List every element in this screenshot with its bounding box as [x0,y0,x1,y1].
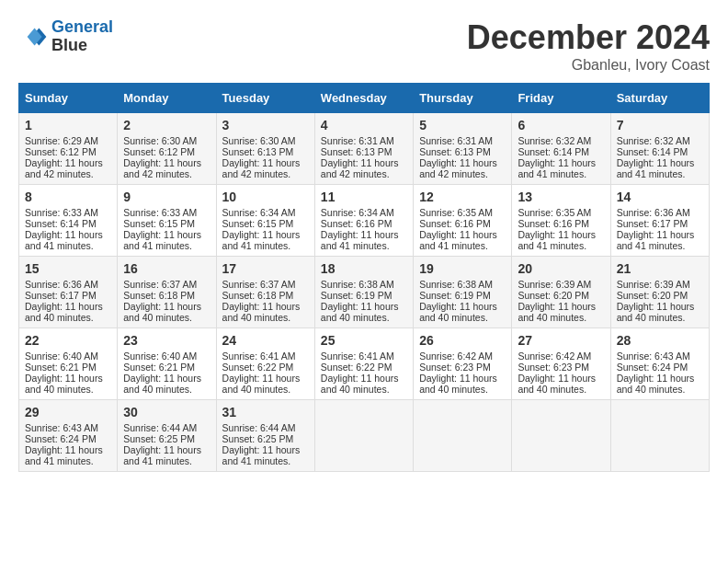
sunset-label: Sunset: 6:21 PM [25,362,97,373]
header-day-friday: Friday [512,84,610,113]
daylight-label: Daylight: 11 hours and 42 minutes. [222,157,301,179]
sunrise-label: Sunrise: 6:40 AM [123,350,197,362]
sunrise-label: Sunrise: 6:34 AM [321,207,394,218]
calendar-cell: 22Sunrise: 6:40 AMSunset: 6:21 PMDayligh… [19,328,118,400]
header-day-sunday: Sunday [19,84,118,113]
calendar-cell: 30Sunrise: 6:44 AMSunset: 6:25 PMDayligh… [118,400,216,472]
sunrise-label: Sunrise: 6:30 AM [222,135,296,146]
daylight-label: Daylight: 11 hours and 40 minutes. [321,301,399,323]
calendar-cell: 15Sunrise: 6:36 AMSunset: 6:17 PMDayligh… [19,257,118,328]
calendar-cell: 14Sunrise: 6:36 AMSunset: 6:17 PMDayligh… [610,185,709,257]
day-number: 24 [222,333,309,348]
calendar-week-row: 15Sunrise: 6:36 AMSunset: 6:17 PMDayligh… [19,257,710,328]
day-number: 29 [25,405,111,419]
sunset-label: Sunset: 6:24 PM [25,433,97,444]
sunset-label: Sunset: 6:17 PM [25,290,97,301]
sunrise-label: Sunrise: 6:41 AM [222,350,296,362]
day-number: 28 [617,333,703,348]
calendar-cell: 27Sunrise: 6:42 AMSunset: 6:23 PMDayligh… [512,328,610,400]
calendar-cell [610,400,709,472]
calendar-cell: 20Sunrise: 6:39 AMSunset: 6:20 PMDayligh… [512,257,610,328]
daylight-label: Daylight: 11 hours and 40 minutes. [222,373,301,395]
sunrise-label: Sunrise: 6:44 AM [222,422,296,433]
sunrise-label: Sunrise: 6:32 AM [617,135,690,146]
calendar-cell: 4Sunrise: 6:31 AMSunset: 6:13 PMDaylight… [314,113,413,185]
calendar-cell: 6Sunrise: 6:32 AMSunset: 6:14 PMDaylight… [512,113,610,185]
daylight-label: Daylight: 11 hours and 42 minutes. [419,157,497,179]
logo-line1: General [51,17,113,36]
daylight-label: Daylight: 11 hours and 40 minutes. [123,301,201,323]
day-number: 10 [222,190,309,204]
sunset-label: Sunset: 6:20 PM [617,290,688,301]
daylight-label: Daylight: 11 hours and 40 minutes. [617,301,695,323]
calendar-cell: 13Sunrise: 6:35 AMSunset: 6:16 PMDayligh… [512,185,610,257]
sunrise-label: Sunrise: 6:38 AM [321,279,394,290]
sunset-label: Sunset: 6:18 PM [123,290,195,301]
sunset-label: Sunset: 6:25 PM [123,433,195,444]
sunrise-label: Sunrise: 6:41 AM [321,350,394,362]
calendar-cell: 16Sunrise: 6:37 AMSunset: 6:18 PMDayligh… [118,257,216,328]
calendar-cell: 21Sunrise: 6:39 AMSunset: 6:20 PMDayligh… [610,257,709,328]
day-number: 2 [123,118,210,132]
day-number: 1 [25,118,111,132]
day-number: 25 [321,333,407,348]
sunset-label: Sunset: 6:19 PM [419,290,491,301]
calendar-cell: 12Sunrise: 6:35 AMSunset: 6:16 PMDayligh… [414,185,512,257]
daylight-label: Daylight: 11 hours and 41 minutes. [123,444,201,466]
calendar-cell: 2Sunrise: 6:30 AMSunset: 6:12 PMDaylight… [118,113,216,185]
sunrise-label: Sunrise: 6:30 AM [123,135,197,146]
logo-icon [18,22,48,52]
daylight-label: Daylight: 11 hours and 40 minutes. [518,301,596,323]
daylight-label: Daylight: 11 hours and 41 minutes. [518,157,596,179]
sunset-label: Sunset: 6:13 PM [419,146,491,157]
sunset-label: Sunset: 6:23 PM [518,362,589,373]
day-number: 13 [518,190,604,204]
daylight-label: Daylight: 11 hours and 41 minutes. [617,229,695,251]
daylight-label: Daylight: 11 hours and 40 minutes. [419,301,497,323]
day-number: 18 [321,261,407,276]
calendar-header: SundayMondayTuesdayWednesdayThursdayFrid… [19,84,710,113]
sunset-label: Sunset: 6:14 PM [617,146,688,157]
sunset-label: Sunset: 6:20 PM [518,290,589,301]
day-number: 30 [123,405,210,419]
page-header: General Blue December 2024 Gbanleu, Ivor… [18,18,710,74]
day-number: 21 [617,261,703,276]
sunset-label: Sunset: 6:14 PM [518,146,589,157]
title-block: December 2024 Gbanleu, Ivory Coast [467,18,710,74]
calendar-cell: 1Sunrise: 6:29 AMSunset: 6:12 PMDaylight… [19,113,118,185]
calendar-cell: 3Sunrise: 6:30 AMSunset: 6:13 PMDaylight… [216,113,314,185]
calendar-cell: 17Sunrise: 6:37 AMSunset: 6:18 PMDayligh… [216,257,314,328]
day-number: 4 [321,118,407,132]
sunrise-label: Sunrise: 6:39 AM [617,279,690,290]
sunrise-label: Sunrise: 6:36 AM [25,279,98,290]
calendar-week-row: 29Sunrise: 6:43 AMSunset: 6:24 PMDayligh… [19,400,710,472]
header-day-monday: Monday [118,84,216,113]
sunrise-label: Sunrise: 6:37 AM [123,279,197,290]
sunset-label: Sunset: 6:22 PM [222,362,294,373]
calendar-body: 1Sunrise: 6:29 AMSunset: 6:12 PMDaylight… [19,113,710,472]
sunset-label: Sunset: 6:12 PM [123,146,195,157]
header-day-saturday: Saturday [610,84,709,113]
sunset-label: Sunset: 6:14 PM [25,218,97,229]
daylight-label: Daylight: 11 hours and 40 minutes. [123,373,201,395]
calendar-cell: 10Sunrise: 6:34 AMSunset: 6:15 PMDayligh… [216,185,314,257]
daylight-label: Daylight: 11 hours and 40 minutes. [419,373,497,395]
sunset-label: Sunset: 6:13 PM [321,146,392,157]
day-number: 17 [222,261,309,276]
daylight-label: Daylight: 11 hours and 40 minutes. [25,373,103,395]
sunset-label: Sunset: 6:12 PM [25,146,97,157]
daylight-label: Daylight: 11 hours and 42 minutes. [25,157,103,179]
sunset-label: Sunset: 6:17 PM [617,218,688,229]
sunrise-label: Sunrise: 6:34 AM [222,207,296,218]
logo: General Blue [18,18,113,55]
daylight-label: Daylight: 11 hours and 41 minutes. [222,444,301,466]
calendar-cell: 23Sunrise: 6:40 AMSunset: 6:21 PMDayligh… [118,328,216,400]
daylight-label: Daylight: 11 hours and 41 minutes. [25,229,103,251]
day-number: 7 [617,118,703,132]
sunset-label: Sunset: 6:25 PM [222,433,294,444]
day-number: 5 [419,118,506,132]
calendar-cell: 28Sunrise: 6:43 AMSunset: 6:24 PMDayligh… [610,328,709,400]
sunrise-label: Sunrise: 6:39 AM [518,279,591,290]
sunrise-label: Sunrise: 6:33 AM [25,207,98,218]
daylight-label: Daylight: 11 hours and 41 minutes. [25,444,103,466]
